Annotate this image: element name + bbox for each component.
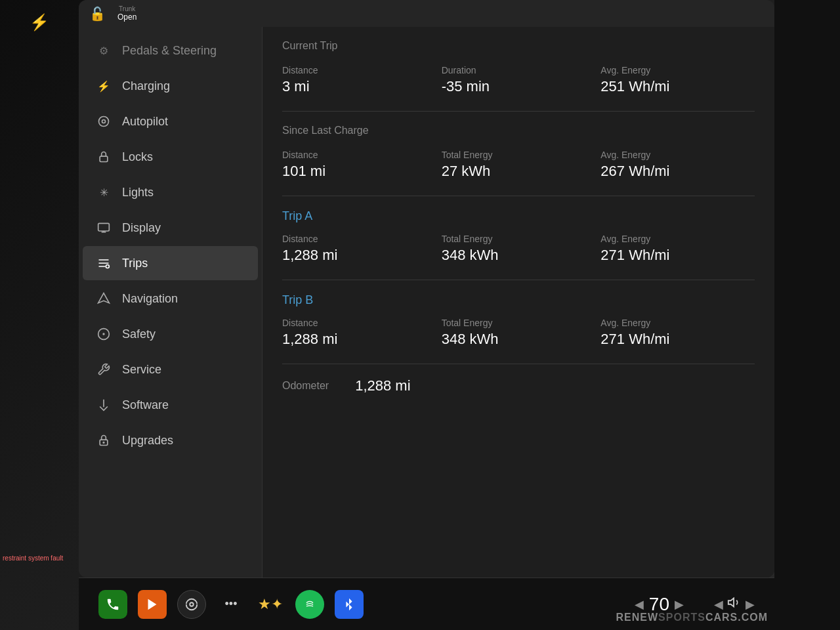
sidebar-label-lights: Lights: [122, 186, 154, 200]
trip-a-distance-value: 1,288 mi: [282, 247, 436, 264]
current-trip-stats: Distance 3 mi Duration -35 min Avg. Ener…: [282, 65, 755, 95]
trip-a-total-energy-label: Total Energy: [442, 234, 596, 244]
watermark-sports: SPORTS: [658, 612, 705, 623]
phone-button[interactable]: [98, 590, 127, 619]
main-content: ⚙ Pedals & Steering ⚡ Charging Autopilot: [79, 27, 774, 578]
sidebar: ⚙ Pedals & Steering ⚡ Charging Autopilot: [79, 27, 262, 578]
volume-control: ◀ ▶: [714, 595, 755, 613]
safety-icon: [96, 326, 112, 342]
current-trip-distance: Distance 3 mi: [282, 65, 436, 95]
media-button[interactable]: [138, 590, 167, 619]
sidebar-item-display[interactable]: Display: [83, 211, 258, 245]
bluetooth-button[interactable]: [335, 590, 364, 619]
svg-point-4: [106, 265, 109, 268]
service-icon: [96, 362, 112, 377]
svg-marker-10: [148, 598, 157, 610]
software-icon: [96, 397, 112, 413]
since-last-charge-section: Since Last Charge Distance 101 mi Total …: [282, 125, 755, 180]
trip-a-stats: Distance 1,288 mi Total Energy 348 kWh A…: [282, 234, 755, 264]
trip-a-distance: Distance 1,288 mi: [282, 234, 436, 264]
spotify-button[interactable]: [295, 590, 324, 619]
sidebar-item-upgrades[interactable]: Upgrades: [83, 423, 258, 457]
trip-b-distance: Distance 1,288 mi: [282, 318, 436, 348]
volume-icon: [727, 595, 742, 613]
svg-rect-2: [100, 156, 108, 161]
since-charge-distance-value: 101 mi: [282, 163, 436, 180]
speed-next-button[interactable]: ▶: [675, 597, 684, 612]
watermark-cars: CARS.COM: [705, 612, 768, 623]
current-trip-title: Current Trip: [282, 40, 755, 54]
sidebar-label-locks: Locks: [122, 150, 153, 164]
navigation-icon: [96, 291, 112, 306]
display-icon: [96, 220, 112, 236]
sidebar-label-service: Service: [122, 363, 161, 377]
svg-marker-5: [98, 293, 110, 303]
trip-a-avg-energy: Avg. Energy 271 Wh/mi: [600, 234, 755, 264]
trunk-status: Trunk Open: [117, 5, 136, 22]
divider-3: [282, 280, 755, 280]
since-charge-distance: Distance 101 mi: [282, 150, 436, 180]
since-last-charge-title: Since Last Charge: [282, 125, 755, 139]
odometer-value: 1,288 mi: [355, 377, 410, 394]
sidebar-label-navigation: Navigation: [122, 292, 178, 306]
camera-button[interactable]: [177, 590, 206, 619]
sidebar-label-software: Software: [122, 398, 169, 412]
trip-b-avg-energy-label: Avg. Energy: [600, 318, 755, 328]
sidebar-item-autopilot[interactable]: Autopilot: [83, 104, 258, 138]
speed-prev-button[interactable]: ◀: [635, 597, 644, 612]
trip-b-distance-label: Distance: [282, 318, 436, 328]
dots-label: •••: [225, 597, 238, 611]
left-panel: ⚡ restraint system fault: [0, 0, 79, 630]
right-panel: [774, 0, 840, 630]
since-charge-distance-label: Distance: [282, 150, 436, 160]
svg-point-9: [103, 442, 104, 444]
current-trip-distance-value: 3 mi: [282, 78, 436, 95]
sidebar-item-lights[interactable]: ✳ Lights: [83, 175, 258, 209]
sidebar-item-software[interactable]: Software: [83, 388, 258, 422]
sidebar-item-trips[interactable]: Trips: [83, 246, 258, 280]
sidebar-label-charging: Charging: [122, 79, 170, 93]
sidebar-item-navigation[interactable]: Navigation: [83, 282, 258, 316]
sidebar-item-service[interactable]: Service: [83, 352, 258, 387]
since-charge-avg-energy: Avg. Energy 267 Wh/mi: [600, 150, 755, 180]
trip-b-avg-energy-value: 271 Wh/mi: [600, 331, 755, 348]
trip-a-total-energy-value: 348 kWh: [442, 247, 596, 264]
sidebar-item-charging[interactable]: ⚡ Charging: [83, 69, 258, 103]
lights-icon: ✳: [96, 184, 112, 200]
sidebar-label-autopilot: Autopilot: [122, 115, 168, 129]
current-trip-avg-energy-value: 251 Wh/mi: [600, 78, 755, 95]
main-screen: 🔓 Trunk Open ⚙ Pedals & Steering ⚡ Charg…: [79, 0, 774, 578]
trip-a-distance-label: Distance: [282, 234, 436, 244]
sidebar-item-safety[interactable]: Safety: [83, 317, 258, 351]
svg-point-0: [99, 117, 109, 127]
sidebar-label-upgrades: Upgrades: [122, 434, 173, 448]
sidebar-label-pedals: Pedals & Steering: [122, 44, 217, 58]
svg-rect-3: [98, 223, 110, 231]
more-button[interactable]: •••: [217, 590, 245, 619]
trip-a-title: Trip A: [282, 209, 755, 223]
trip-b-total-energy-label: Total Energy: [442, 318, 596, 328]
sidebar-item-pedals[interactable]: ⚙ Pedals & Steering: [83, 33, 258, 68]
trip-b-section: Trip B Distance 1,288 mi Total Energy 34…: [282, 293, 755, 348]
volume-prev-button[interactable]: ◀: [714, 597, 723, 612]
trip-b-total-energy: Total Energy 348 kWh: [442, 318, 596, 348]
trunk-label: Trunk: [119, 5, 135, 12]
autopilot-icon: [96, 114, 112, 129]
stars-button[interactable]: ★✦: [256, 590, 285, 619]
sidebar-label-display: Display: [122, 221, 161, 235]
trips-content: Current Trip Distance 3 mi Duration -35 …: [262, 27, 774, 578]
volume-next-button[interactable]: ▶: [746, 597, 755, 612]
upgrades-icon: [96, 432, 112, 448]
sidebar-item-locks[interactable]: Locks: [83, 140, 258, 174]
watermark-renew: RENEW: [616, 612, 659, 623]
divider-4: [282, 364, 755, 364]
status-bar: 🔓 Trunk Open: [79, 0, 774, 27]
divider-2: [282, 196, 755, 196]
since-charge-total-energy-value: 27 kWh: [442, 163, 596, 180]
since-last-charge-stats: Distance 101 mi Total Energy 27 kWh Avg.…: [282, 150, 755, 180]
sidebar-label-trips: Trips: [122, 257, 148, 270]
svg-point-7: [103, 333, 104, 335]
trip-a-avg-energy-label: Avg. Energy: [600, 234, 755, 244]
trip-b-title: Trip B: [282, 293, 755, 307]
svg-point-12: [304, 598, 316, 610]
